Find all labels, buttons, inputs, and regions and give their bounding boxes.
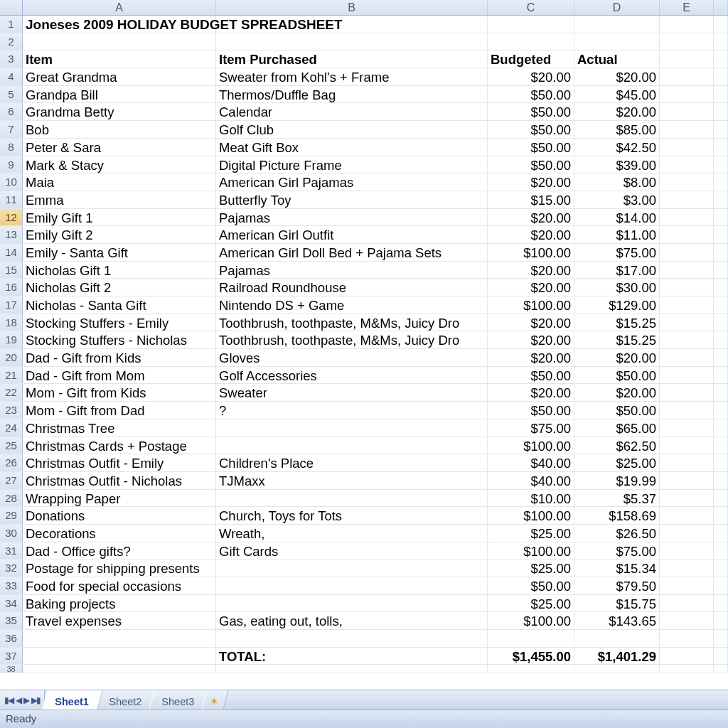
cell-actual[interactable]: $20.00 xyxy=(574,384,660,401)
nav-next-icon[interactable]: ▶ xyxy=(23,695,28,705)
cell-purchased[interactable]: Children's Place xyxy=(216,454,488,471)
cell-actual[interactable]: $19.99 xyxy=(574,472,660,489)
cell-item[interactable]: Baking projects xyxy=(23,595,216,612)
tab-sheet1[interactable]: Sheet1 xyxy=(42,690,102,710)
cell-purchased[interactable]: Church, Toys for Tots xyxy=(216,507,488,524)
cell-budgeted[interactable]: $50.00 xyxy=(488,86,574,103)
cell-budgeted[interactable]: $25.00 xyxy=(488,525,574,542)
cell-budgeted[interactable]: $100.00 xyxy=(488,612,574,629)
cell-purchased[interactable]: Gloves xyxy=(216,349,488,366)
cell-item[interactable]: Mom - Gift from Kids xyxy=(23,384,216,401)
cell-actual[interactable]: $3.00 xyxy=(574,191,660,208)
nav-prev-icon[interactable]: ◀ xyxy=(16,695,21,705)
row-header[interactable]: 5 xyxy=(0,86,23,103)
row-header[interactable]: 26 xyxy=(0,454,23,471)
cell-purchased[interactable]: Wreath, xyxy=(216,525,488,542)
cell-purchased[interactable]: American Girl Outfit xyxy=(216,226,488,243)
cell-purchased[interactable] xyxy=(216,419,488,437)
row-header[interactable]: 15 xyxy=(0,262,23,279)
cell-purchased[interactable]: Sweater from Kohl's + Frame xyxy=(216,68,488,85)
cell-actual[interactable]: $50.00 xyxy=(574,367,660,384)
cell-budgeted[interactable]: $50.00 xyxy=(488,156,574,173)
cell-item[interactable]: Christmas Outfit - Nicholas xyxy=(23,472,216,489)
cell-budgeted[interactable]: $50.00 xyxy=(488,139,574,156)
cell-purchased[interactable]: TJMaxx xyxy=(216,472,488,489)
cell-item[interactable]: Maia xyxy=(23,173,216,191)
cell-budgeted[interactable]: $20.00 xyxy=(488,331,574,348)
row-header[interactable]: 31 xyxy=(0,542,23,560)
cell-budgeted[interactable]: $20.00 xyxy=(488,314,574,331)
cell-purchased[interactable]: Calendar xyxy=(216,103,488,120)
row-header[interactable]: 23 xyxy=(0,402,23,419)
column-header-B[interactable]: B xyxy=(216,0,488,15)
cell-budgeted[interactable]: $20.00 xyxy=(488,226,574,243)
cell-item[interactable]: Grandma Betty xyxy=(23,103,216,120)
total-actual[interactable]: $1,401.29 xyxy=(574,648,660,665)
cell-item[interactable]: Dad - Gift from Kids xyxy=(23,349,216,366)
cell-item[interactable]: Food for special occasions xyxy=(23,577,216,594)
cell-actual[interactable]: $26.50 xyxy=(574,525,660,542)
row-header[interactable]: 17 xyxy=(0,296,23,314)
cell-budgeted[interactable]: $40.00 xyxy=(488,454,574,471)
row-header[interactable]: 28 xyxy=(0,490,23,507)
cell-budgeted[interactable]: $100.00 xyxy=(488,437,574,454)
cell-actual[interactable]: $30.00 xyxy=(574,279,660,296)
row-header[interactable]: 16 xyxy=(0,279,23,296)
cell-budgeted[interactable]: $20.00 xyxy=(488,279,574,296)
cell-budgeted[interactable]: $75.00 xyxy=(488,419,574,437)
cell-purchased[interactable]: Gift Cards xyxy=(216,542,488,560)
cell-purchased[interactable]: Pajamas xyxy=(216,209,488,226)
new-sheet-button[interactable]: ✶ xyxy=(201,690,228,710)
cell-actual[interactable]: $75.00 xyxy=(574,542,660,560)
cell-budgeted[interactable]: $25.00 xyxy=(488,560,574,577)
cell-item[interactable]: Travel expenses xyxy=(23,612,216,629)
cell-actual[interactable]: $45.00 xyxy=(574,86,660,103)
cell-item[interactable]: Bob xyxy=(23,121,216,138)
cell-actual[interactable]: $8.00 xyxy=(574,173,660,191)
cell-actual[interactable]: $15.25 xyxy=(574,331,660,348)
cell-item[interactable]: Peter & Sara xyxy=(23,139,216,156)
cell-actual[interactable]: $75.00 xyxy=(574,244,660,261)
cell-purchased[interactable]: Toothbrush, toothpaste, M&Ms, Juicy Dro xyxy=(216,314,488,331)
row-header[interactable]: 22 xyxy=(0,384,23,401)
cell-purchased[interactable]: Gas, eating out, tolls, xyxy=(216,612,488,629)
cell-purchased[interactable]: Butterfly Toy xyxy=(216,191,488,208)
row-header[interactable]: 35 xyxy=(0,612,23,629)
row-header[interactable]: 19 xyxy=(0,331,23,348)
cell-budgeted[interactable]: $20.00 xyxy=(488,384,574,401)
cell-actual[interactable]: $20.00 xyxy=(574,349,660,366)
cell-budgeted[interactable]: $50.00 xyxy=(488,577,574,594)
cell-actual[interactable]: $17.00 xyxy=(574,262,660,279)
cell-item[interactable]: Postage for shipping presents xyxy=(23,560,216,577)
cell-actual[interactable]: $42.50 xyxy=(574,139,660,156)
column-header-F[interactable] xyxy=(714,0,728,15)
cell-purchased[interactable]: American Girl Pajamas xyxy=(216,173,488,191)
cell-actual[interactable]: $39.00 xyxy=(574,156,660,173)
cell-purchased[interactable] xyxy=(216,577,488,594)
cell-actual[interactable]: $62.50 xyxy=(574,437,660,454)
row-header[interactable]: 10 xyxy=(0,173,23,191)
cell-item[interactable]: Mom - Gift from Dad xyxy=(23,402,216,419)
cell-actual[interactable]: $11.00 xyxy=(574,226,660,243)
cell-actual[interactable]: $65.00 xyxy=(574,419,660,437)
cell-actual[interactable]: $20.00 xyxy=(574,103,660,120)
cell-item[interactable]: Grandpa Bill xyxy=(23,86,216,103)
header-purchased[interactable]: Item Purchased xyxy=(216,50,488,68)
row-header[interactable]: 12 xyxy=(0,209,23,226)
cell-budgeted[interactable]: $40.00 xyxy=(488,472,574,489)
cell-actual[interactable]: $143.65 xyxy=(574,612,660,629)
cell-purchased[interactable]: Golf Accessories xyxy=(216,367,488,384)
cell-actual[interactable]: $15.75 xyxy=(574,595,660,612)
cell-budgeted[interactable]: $100.00 xyxy=(488,507,574,524)
cell-purchased[interactable]: Toothbrush, toothpaste, M&Ms, Juicy Dro xyxy=(216,331,488,348)
row-header[interactable]: 6 xyxy=(0,103,23,120)
cell-budgeted[interactable]: $20.00 xyxy=(488,349,574,366)
row-header[interactable]: 18 xyxy=(0,314,23,331)
cell-purchased[interactable]: Sweater xyxy=(216,384,488,401)
cell-item[interactable]: Mark & Stacy xyxy=(23,156,216,173)
row-header[interactable]: 3 xyxy=(0,50,23,68)
cell-actual[interactable]: $25.00 xyxy=(574,454,660,471)
cell-purchased[interactable]: Railroad Roundhouse xyxy=(216,279,488,296)
cell-item[interactable]: Nicholas Gift 2 xyxy=(23,279,216,296)
cell-item[interactable]: Great Grandma xyxy=(23,68,216,85)
